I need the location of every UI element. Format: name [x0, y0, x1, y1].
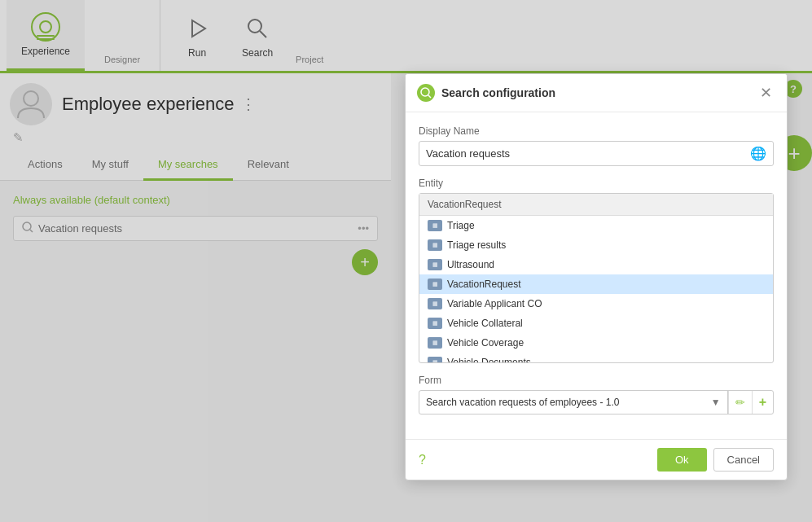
modal-body: Display Name 🌐 Entity VacationRequest ▦ …	[406, 112, 787, 439]
entity-icon: ▦	[428, 337, 442, 349]
entity-icon: ▦	[428, 239, 442, 251]
ok-button[interactable]: Ok	[657, 448, 707, 472]
entity-label: Entity	[419, 178, 774, 189]
entity-item-vehicle-coverage[interactable]: ▦ Vehicle Coverage	[419, 333, 773, 353]
entity-icon: ▦	[428, 318, 442, 329]
entity-list: ▦ Triage ▦ Triage results ▦ Ultrasound ▦…	[419, 216, 773, 362]
entity-item-triage-results[interactable]: ▦ Triage results	[419, 235, 773, 255]
modal-close-button[interactable]: ✕	[757, 82, 775, 103]
form-row: Form Search vacation requests of employe…	[419, 375, 774, 415]
display-name-label: Display Name	[419, 125, 774, 137]
modal-header: Search configuration ✕	[406, 74, 787, 112]
select-actions: ✏ +	[727, 391, 773, 414]
entity-item-vacationrequest[interactable]: ▦ VacationRequest	[419, 274, 773, 294]
entity-item-vehicle-documents[interactable]: ▦ Vehicle Documents	[419, 353, 773, 362]
svg-point-6	[421, 88, 429, 96]
footer-help-icon[interactable]: ?	[419, 453, 426, 467]
entity-icon: ▦	[428, 298, 442, 309]
cancel-button[interactable]: Cancel	[713, 448, 774, 472]
entity-item-triage[interactable]: ▦ Triage	[419, 216, 773, 235]
modal-title: Search configuration	[441, 86, 757, 99]
svg-line-7	[428, 95, 431, 98]
form-select[interactable]: Search vacation requests of employees - …	[419, 392, 704, 413]
entity-box: VacationRequest ▦ Triage ▦ Triage result…	[419, 193, 774, 363]
add-form-button[interactable]: +	[752, 391, 773, 414]
edit-form-button[interactable]: ✏	[728, 391, 752, 414]
entity-icon-selected: ▦	[428, 279, 442, 290]
display-name-input-row: 🌐	[419, 141, 774, 166]
modal-overlay: Search configuration ✕ Display Name 🌐 En…	[0, 0, 812, 522]
entity-header: VacationRequest	[419, 194, 773, 216]
entity-icon: ▦	[428, 220, 442, 231]
globe-icon[interactable]: 🌐	[750, 146, 766, 161]
chevron-down-icon: ▼	[704, 397, 727, 408]
entity-item-vehicle-collateral[interactable]: ▦ Vehicle Collateral	[419, 314, 773, 333]
footer-buttons: Ok Cancel	[657, 448, 774, 472]
modal-footer: ? Ok Cancel	[406, 439, 787, 480]
display-name-input[interactable]	[426, 147, 750, 160]
entity-item-variable-applicant[interactable]: ▦ Variable Applicant CO	[419, 294, 773, 314]
entity-icon: ▦	[428, 259, 442, 270]
entity-icon: ▦	[428, 357, 442, 362]
form-label: Form	[419, 375, 774, 386]
form-select-row: Search vacation requests of employees - …	[419, 390, 774, 415]
entity-item-ultrasound[interactable]: ▦ Ultrasound	[419, 255, 773, 274]
modal-icon	[417, 84, 435, 102]
search-config-modal: Search configuration ✕ Display Name 🌐 En…	[405, 73, 788, 480]
